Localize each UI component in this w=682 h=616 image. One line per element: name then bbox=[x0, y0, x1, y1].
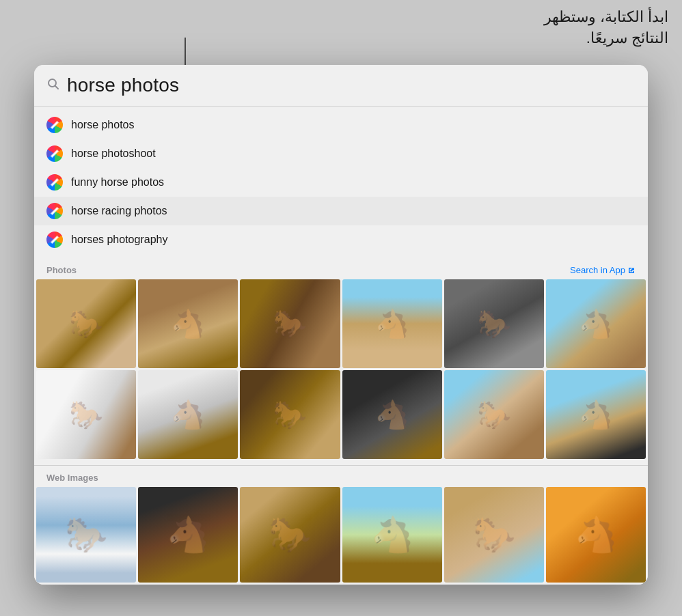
photo-cell[interactable]: 🐎 bbox=[240, 370, 340, 459]
web-image-cell[interactable]: 🐴 bbox=[546, 487, 646, 583]
suggestion-item[interactable]: horse photoshoot bbox=[34, 139, 648, 168]
suggestion-text: horse photoshoot bbox=[71, 148, 156, 160]
safari-icon bbox=[46, 145, 63, 162]
photo-cell[interactable]: 🐎 bbox=[36, 279, 136, 368]
web-image-cell[interactable]: 🐎 bbox=[444, 487, 544, 583]
photo-cell[interactable]: 🐴 bbox=[546, 279, 646, 368]
safari-icon bbox=[46, 117, 63, 133]
spotlight-panel: horse photos horse photos horse photosho… bbox=[34, 65, 648, 585]
web-image-cell[interactable]: 🐎 bbox=[36, 487, 136, 583]
photos-section-header: Photos Search in App bbox=[34, 258, 648, 279]
photo-cell[interactable]: 🐴 bbox=[138, 370, 238, 459]
safari-icon bbox=[46, 203, 63, 219]
photo-cell[interactable]: 🐴 bbox=[342, 370, 442, 459]
callout-line2: النتائج سريعًا. bbox=[586, 29, 668, 46]
suggestions-list: horse photos horse photoshoot funny hors… bbox=[34, 107, 648, 258]
suggestion-text: horse photos bbox=[71, 119, 135, 131]
callout-line1: ابدأ الكتابة، وستظهر bbox=[544, 8, 668, 25]
photo-cell[interactable]: 🐴 bbox=[342, 279, 442, 368]
photo-cell[interactable]: 🐎 bbox=[444, 370, 544, 459]
suggestion-item[interactable]: funny horse photos bbox=[34, 168, 648, 197]
photo-cell[interactable]: 🐎 bbox=[444, 279, 544, 368]
suggestion-item-racing[interactable]: horse racing photos bbox=[34, 197, 648, 225]
suggestion-text: horse racing photos bbox=[71, 205, 167, 217]
safari-icon bbox=[46, 232, 63, 248]
suggestion-item[interactable]: horse photos bbox=[34, 111, 648, 139]
web-image-cell[interactable]: 🐴 bbox=[342, 487, 442, 583]
web-image-cell[interactable]: 🐴 bbox=[138, 487, 238, 583]
photo-cell[interactable]: 🐎 bbox=[240, 279, 340, 368]
web-images-section-header: Web Images bbox=[34, 466, 648, 487]
web-images-section-title: Web Images bbox=[46, 473, 98, 483]
search-in-app-button[interactable]: Search in App bbox=[570, 265, 636, 275]
search-icon bbox=[46, 77, 60, 94]
web-image-cell[interactable]: 🐎 bbox=[240, 487, 340, 583]
photo-cell[interactable]: 🐴 bbox=[546, 370, 646, 459]
search-query[interactable]: horse photos bbox=[67, 74, 179, 96]
photos-section-title: Photos bbox=[46, 265, 77, 275]
suggestion-item[interactable]: horses photography bbox=[34, 225, 648, 254]
suggestion-text: horses photography bbox=[71, 234, 167, 246]
photo-cell[interactable]: 🐎 bbox=[36, 370, 136, 459]
search-bar[interactable]: horse photos bbox=[34, 65, 648, 107]
safari-icon bbox=[46, 174, 63, 191]
suggestion-text: funny horse photos bbox=[71, 176, 164, 188]
photo-cell[interactable]: 🐴 bbox=[138, 279, 238, 368]
svg-line-1 bbox=[55, 85, 59, 89]
web-images-grid: 🐎 🐴 🐎 🐴 🐎 🐴 bbox=[34, 487, 648, 585]
callout-arrow bbox=[185, 38, 186, 66]
callout-text: ابدأ الكتابة، وستظهر النتائج سريعًا. bbox=[544, 7, 668, 49]
photos-grid: 🐎 🐴 🐎 🐴 🐎 🐴 bbox=[34, 279, 648, 461]
